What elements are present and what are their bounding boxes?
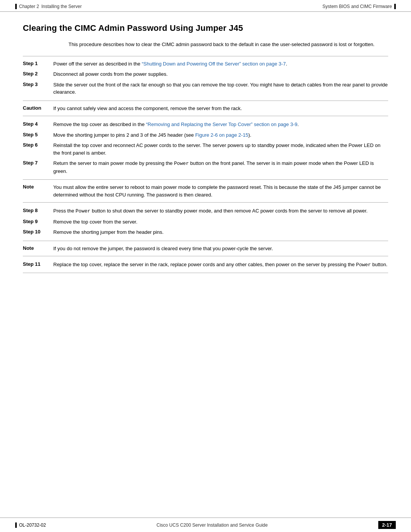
note-1-row: Note You must allow the entire server to… xyxy=(23,179,388,203)
chapter-label: Chapter 2 xyxy=(19,4,39,9)
step-5-label: Step 5 xyxy=(23,131,53,137)
footer-center-text: Cisco UCS C200 Server Installation and S… xyxy=(156,522,268,528)
step-11-mono: Power xyxy=(356,262,371,268)
step-8-row: Step 8 Press the Power button to shut do… xyxy=(23,207,388,215)
note-1-label: Note xyxy=(23,184,53,190)
step-1-text-before: Power off the server as described in the xyxy=(53,61,142,67)
step-10-content: Remove the shorting jumper from the head… xyxy=(53,228,388,236)
intro-paragraph: This procedure describes how to clear th… xyxy=(68,41,388,48)
step-1-text-after: . xyxy=(286,61,287,67)
caution-row: Caution If you cannot safely view and ac… xyxy=(23,101,388,117)
step-2-label: Step 2 xyxy=(23,70,53,77)
footer-left-text: OL-20732-02 xyxy=(19,522,46,528)
step-6-content: Reinstall the top cover and reconnect AC… xyxy=(53,142,388,157)
header-right: System BIOS and CIMC Firmware xyxy=(322,4,396,9)
step-8-content: Press the Power button to shut down the … xyxy=(53,207,388,215)
step-1-row: Step 1 Power off the server as described… xyxy=(23,60,388,68)
step-7-content: Return the server to main power mode by … xyxy=(53,160,388,175)
step-4-content: Remove the top cover as described in the… xyxy=(53,121,388,128)
header-bar-right xyxy=(394,4,396,9)
step-8-text-after: button to shut down the server to standb… xyxy=(91,208,368,214)
note-1-content: You must allow the entire server to rebo… xyxy=(53,184,388,198)
step-5-text-after: ). xyxy=(248,132,251,138)
step-1-link[interactable]: “Shutting Down and Powering Off the Serv… xyxy=(142,61,285,67)
footer-bar-left xyxy=(15,522,17,528)
step-8-mono: Power xyxy=(76,208,91,214)
caution-content: If you cannot safely view and access the… xyxy=(53,105,388,112)
page-header: Chapter 2 Installing the Server System B… xyxy=(0,0,411,12)
step-5-link[interactable]: Figure 2-6 on page 2-15 xyxy=(195,132,248,138)
footer-center: Cisco UCS C200 Server Installation and S… xyxy=(156,522,268,528)
step-9-row: Step 9 Remove the top cover from the ser… xyxy=(23,218,388,226)
step-4-row: Step 4 Remove the top cover as described… xyxy=(23,121,388,128)
step-9-label: Step 9 xyxy=(23,218,53,224)
chapter-title: Installing the Server xyxy=(41,4,82,9)
step-4-text-after: . xyxy=(297,121,299,127)
main-content: Clearing the CIMC Admin Password Using J… xyxy=(0,12,411,307)
step-8-label: Step 8 xyxy=(23,207,53,213)
step-4-label: Step 4 xyxy=(23,121,53,127)
step-4-text-before: Remove the top cover as described in the xyxy=(53,121,146,127)
page-number: 2-17 xyxy=(382,522,392,528)
caution-label: Caution xyxy=(23,105,53,111)
step-6-row: Step 6 Reinstall the top cover and recon… xyxy=(23,142,388,157)
step-10-row: Step 10 Remove the shorting jumper from … xyxy=(23,228,388,236)
step-8-text-before: Press the xyxy=(53,208,76,214)
step-7-text-before: Return the server to main power mode by … xyxy=(53,160,174,166)
step-6-label: Step 6 xyxy=(23,142,53,148)
step-10-label: Step 10 xyxy=(23,228,53,235)
header-right-title: System BIOS and CIMC Firmware xyxy=(322,4,392,9)
step-1-content: Power off the server as described in the… xyxy=(53,60,388,68)
header-bar-left xyxy=(15,4,17,9)
step-5-row: Step 5 Move the shorting jumper to pins … xyxy=(23,131,388,139)
step-5-text-before: Move the shorting jumper to pins 2 and 3… xyxy=(53,132,195,138)
page-title: Clearing the CIMC Admin Password Using J… xyxy=(23,23,388,33)
step-5-content: Move the shorting jumper to pins 2 and 3… xyxy=(53,131,388,139)
step-11-text-before: Replace the top cover, replace the serve… xyxy=(53,262,356,267)
note-2-label: Note xyxy=(23,245,53,251)
step-3-label: Step 3 xyxy=(23,81,53,87)
note-2-content: If you do not remove the jumper, the pas… xyxy=(53,245,388,252)
divider-1 xyxy=(23,56,388,56)
divider-bottom xyxy=(23,273,388,273)
step-11-row: Step 11 Replace the top cover, replace t… xyxy=(23,261,388,269)
step-4-link[interactable]: “Removing and Replacing the Server Top C… xyxy=(146,121,298,127)
step-11-label: Step 11 xyxy=(23,261,53,267)
step-2-content: Disconnect all power cords from the powe… xyxy=(53,70,388,78)
step-7-mono: Power xyxy=(174,161,189,166)
step-7-label: Step 7 xyxy=(23,160,53,166)
note-2-row: Note If you do not remove the jumper, th… xyxy=(23,241,388,257)
step-9-content: Remove the top cover from the server. xyxy=(53,218,388,226)
page-footer: OL-20732-02 Cisco UCS C200 Server Instal… xyxy=(0,518,411,532)
footer-page-number: 2-17 xyxy=(378,521,396,529)
header-left: Chapter 2 Installing the Server xyxy=(15,4,82,9)
footer-left: OL-20732-02 xyxy=(15,522,46,528)
step-1-label: Step 1 xyxy=(23,60,53,66)
step-2-row: Step 2 Disconnect all power cords from t… xyxy=(23,70,388,78)
step-7-row: Step 7 Return the server to main power m… xyxy=(23,160,388,175)
step-11-content: Replace the top cover, replace the serve… xyxy=(53,261,388,269)
step-3-content: Slide the server out the front of the ra… xyxy=(53,81,388,96)
step-11-text-after: button. xyxy=(371,262,387,267)
step-3-row: Step 3 Slide the server out the front of… xyxy=(23,81,388,96)
